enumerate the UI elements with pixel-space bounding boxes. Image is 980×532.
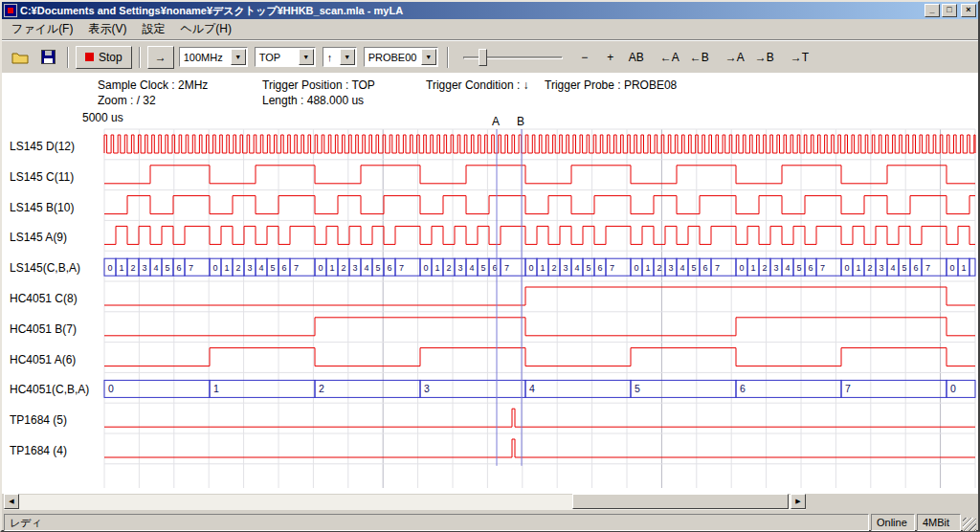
trigger-edge-combo[interactable]: ↑ ▼: [323, 47, 357, 67]
menu-view[interactable]: 表示(V): [80, 18, 134, 40]
goto-cursor-a-button[interactable]: ←A: [657, 46, 683, 69]
dropdown-arrow-icon[interactable]: ▼: [299, 49, 314, 65]
svg-text:7: 7: [504, 263, 509, 273]
zoom-slider[interactable]: [463, 47, 563, 68]
svg-text:5: 5: [480, 263, 485, 273]
svg-text:4: 4: [679, 263, 684, 273]
stop-button[interactable]: Stop: [76, 46, 132, 69]
svg-text:6: 6: [740, 383, 746, 394]
svg-text:3: 3: [563, 263, 568, 273]
scrollbar-thumb[interactable]: [572, 494, 789, 509]
waveform-plot[interactable]: 0123456701234567012345670123456701234567…: [2, 73, 978, 494]
status-memory-badge: 4MBit: [917, 514, 961, 531]
svg-text:0: 0: [423, 263, 428, 273]
svg-text:7: 7: [294, 263, 299, 273]
ab-range-button[interactable]: AB: [625, 46, 648, 69]
svg-text:1: 1: [750, 263, 755, 273]
sample-rate-value: 100MHz: [180, 52, 231, 63]
trigger-probe-value: PROBE00: [365, 52, 421, 63]
menu-file[interactable]: ファイル(F): [4, 18, 80, 40]
svg-text:0: 0: [107, 263, 112, 273]
channel-label: HC4051(C,B,A): [10, 383, 89, 396]
svg-text:3: 3: [879, 263, 883, 273]
trigger-position-combo[interactable]: TOP ▼: [255, 47, 316, 67]
dropdown-arrow-icon[interactable]: ▼: [231, 49, 246, 65]
slider-thumb[interactable]: [479, 49, 487, 66]
titlebar: C:¥Documents and Settings¥noname¥デスクトップ¥…: [2, 2, 978, 19]
svg-text:4: 4: [785, 263, 790, 273]
svg-text:0: 0: [108, 383, 114, 394]
set-cursor-b-button[interactable]: →B: [751, 46, 778, 69]
svg-text:1: 1: [329, 263, 334, 273]
channel-label: HC4051 C(8): [10, 292, 78, 305]
svg-text:2: 2: [319, 383, 324, 394]
svg-text:5: 5: [165, 263, 169, 273]
svg-text:2: 2: [130, 263, 135, 273]
channel-label: HC4051 A(6): [10, 353, 76, 366]
status-ready-text: レディ: [4, 514, 869, 531]
resize-grip[interactable]: [963, 518, 976, 531]
sample-rate-combo[interactable]: 100MHz ▼: [179, 47, 248, 67]
trigger-condition-text: Trigger Condition : ↓: [426, 78, 529, 92]
svg-text:0: 0: [318, 263, 323, 273]
svg-text:0: 0: [634, 263, 638, 273]
zoom-in-button[interactable]: +: [599, 46, 622, 69]
svg-text:1: 1: [540, 263, 545, 273]
channel-label: HC4051 B(7): [10, 322, 77, 336]
svg-text:2: 2: [657, 263, 661, 273]
svg-text:5: 5: [691, 263, 696, 273]
dropdown-arrow-icon[interactable]: ▼: [340, 49, 355, 65]
maximize-button[interactable]: □: [942, 4, 957, 17]
svg-text:1: 1: [119, 263, 123, 273]
svg-text:6: 6: [281, 263, 286, 273]
svg-text:1: 1: [434, 263, 439, 273]
status-online-badge: Online: [871, 514, 915, 531]
svg-text:5: 5: [375, 263, 380, 273]
timebase-text: 5000 us: [82, 111, 123, 124]
stop-square-icon: [85, 53, 94, 61]
svg-text:5: 5: [586, 263, 590, 273]
svg-text:3: 3: [773, 263, 778, 273]
length-text: Length : 488.000 us: [262, 94, 364, 107]
minimize-button[interactable]: _: [924, 4, 940, 17]
goto-trigger-button[interactable]: →T: [787, 46, 813, 69]
trigger-position-value: TOP: [256, 52, 299, 63]
toolbar-separator: [139, 47, 141, 68]
open-file-button[interactable]: [8, 46, 33, 69]
svg-text:7: 7: [189, 263, 193, 273]
svg-text:6: 6: [176, 263, 181, 273]
svg-text:4: 4: [469, 263, 474, 273]
svg-text:1: 1: [213, 383, 219, 394]
svg-text:5: 5: [796, 263, 801, 273]
scroll-right-arrow[interactable]: ▶: [791, 494, 806, 509]
trigger-probe-combo[interactable]: PROBE00 ▼: [364, 47, 438, 67]
status-bar: レディ Online 4MBit: [2, 511, 978, 532]
svg-text:5: 5: [902, 263, 906, 273]
goto-cursor-b-button[interactable]: ←B: [686, 46, 713, 69]
svg-text:7: 7: [925, 263, 930, 273]
svg-text:1: 1: [856, 263, 860, 273]
svg-text:0: 0: [950, 383, 956, 394]
svg-text:1: 1: [224, 263, 229, 273]
run-button[interactable]: →: [147, 46, 174, 69]
menu-help[interactable]: ヘルプ(H): [172, 18, 239, 40]
svg-text:0: 0: [528, 263, 533, 273]
svg-text:1: 1: [961, 263, 966, 273]
save-button[interactable]: [35, 46, 60, 69]
trigger-probe-text: Trigger Probe : PROBE08: [545, 78, 677, 92]
cursor-a-label[interactable]: A: [492, 115, 500, 128]
dropdown-arrow-icon[interactable]: ▼: [421, 49, 436, 65]
svg-text:6: 6: [387, 263, 391, 273]
svg-text:3: 3: [247, 263, 252, 273]
set-cursor-a-button[interactable]: →A: [722, 46, 748, 69]
menu-settings[interactable]: 設定: [134, 18, 172, 40]
cursor-b-label[interactable]: B: [517, 115, 524, 128]
floppy-disk-icon: [41, 50, 56, 64]
close-button[interactable]: ×: [961, 4, 976, 17]
svg-text:6: 6: [808, 263, 813, 273]
zoom-out-button[interactable]: −: [573, 46, 596, 69]
horizontal-scrollbar[interactable]: ◀ ▶: [2, 494, 978, 511]
scroll-left-arrow[interactable]: ◀: [4, 494, 19, 509]
svg-text:3: 3: [352, 263, 357, 273]
svg-text:2: 2: [446, 263, 451, 273]
